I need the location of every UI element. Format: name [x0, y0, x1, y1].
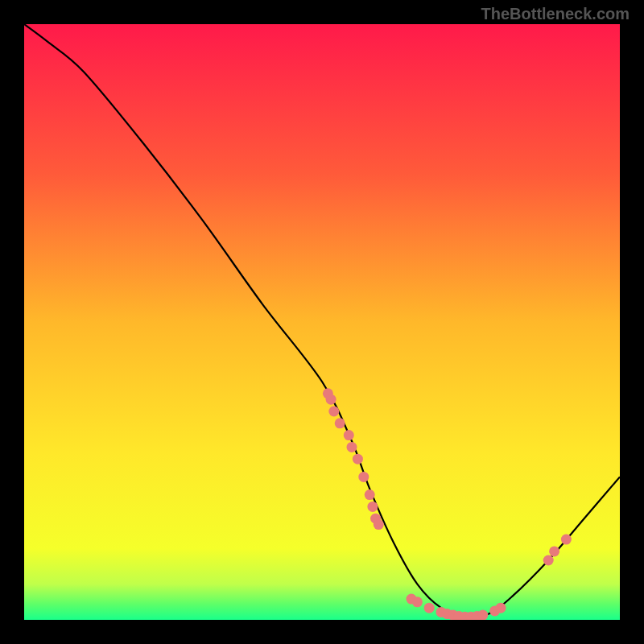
data-marker	[353, 454, 363, 464]
data-marker	[374, 519, 384, 530]
data-marker	[347, 442, 357, 452]
data-marker	[365, 489, 375, 500]
data-marker	[328, 407, 339, 417]
data-marker	[344, 430, 354, 440]
data-marker	[424, 603, 435, 613]
data-marker	[549, 546, 559, 556]
data-marker	[496, 603, 506, 613]
chart-svg	[24, 24, 620, 620]
chart-area	[24, 24, 620, 620]
data-marker	[326, 394, 336, 405]
data-marker	[358, 472, 369, 482]
data-marker	[412, 597, 423, 607]
data-marker	[335, 418, 345, 428]
data-marker	[477, 610, 488, 620]
watermark-text: TheBottleneck.com	[481, 5, 630, 23]
data-marker	[367, 502, 378, 512]
plot-background	[24, 24, 620, 620]
data-marker	[543, 555, 554, 566]
data-marker	[561, 535, 572, 545]
